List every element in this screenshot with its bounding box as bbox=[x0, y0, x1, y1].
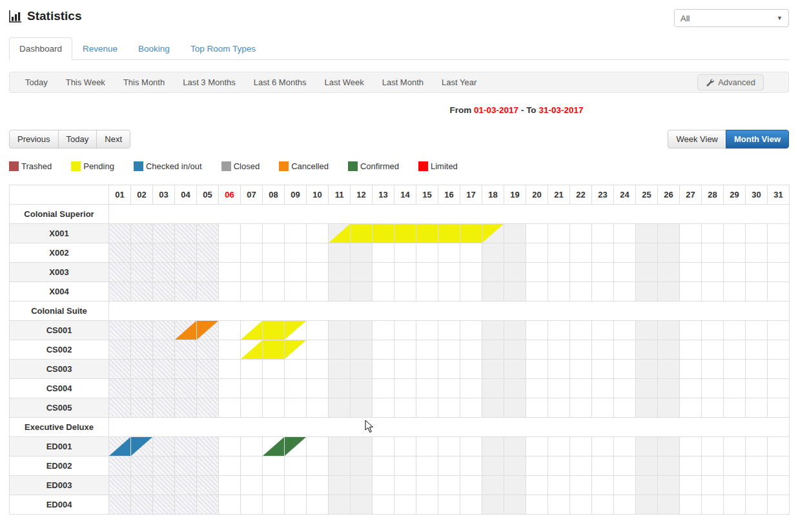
day-cell-ED004-10[interactable] bbox=[307, 495, 329, 515]
day-cell-X002-03[interactable] bbox=[153, 243, 175, 263]
day-cell-X003-07[interactable] bbox=[241, 263, 263, 282]
day-cell-X003-12[interactable] bbox=[351, 263, 373, 282]
day-cell-X001-19[interactable] bbox=[504, 224, 526, 243]
day-cell-ED002-08[interactable] bbox=[263, 456, 285, 476]
day-cell-X002-16[interactable] bbox=[438, 243, 460, 263]
day-cell-X001-14[interactable] bbox=[394, 224, 416, 243]
quick-filter-last-week[interactable]: Last Week bbox=[316, 77, 373, 87]
day-cell-ED002-07[interactable] bbox=[241, 456, 263, 476]
day-cell-ED004-18[interactable] bbox=[482, 495, 504, 515]
day-cell-X003-23[interactable] bbox=[592, 263, 614, 282]
day-cell-CS005-26[interactable] bbox=[658, 398, 680, 418]
day-cell-CS005-01[interactable] bbox=[109, 398, 131, 418]
day-cell-CS004-22[interactable] bbox=[570, 379, 592, 398]
day-cell-CS002-19[interactable] bbox=[504, 340, 526, 360]
day-cell-CS005-13[interactable] bbox=[373, 398, 394, 418]
day-cell-ED003-02[interactable] bbox=[131, 476, 153, 495]
day-cell-X004-26[interactable] bbox=[658, 282, 680, 302]
day-cell-ED001-06[interactable] bbox=[219, 437, 241, 456]
day-cell-X001-17[interactable] bbox=[460, 224, 482, 243]
day-cell-CS002-15[interactable] bbox=[416, 340, 438, 360]
day-cell-CS005-16[interactable] bbox=[438, 398, 460, 418]
day-cell-ED002-17[interactable] bbox=[460, 456, 482, 476]
filter-dropdown[interactable]: All ▼ bbox=[674, 9, 789, 27]
day-cell-X001-23[interactable] bbox=[592, 224, 614, 243]
day-cell-ED003-13[interactable] bbox=[373, 476, 394, 495]
day-cell-ED002-09[interactable] bbox=[285, 456, 307, 476]
day-cell-ED002-15[interactable] bbox=[416, 456, 438, 476]
day-cell-ED002-10[interactable] bbox=[307, 456, 329, 476]
day-cell-CS005-05[interactable] bbox=[197, 398, 219, 418]
day-cell-ED002-26[interactable] bbox=[658, 456, 680, 476]
day-cell-CS002-04[interactable] bbox=[175, 340, 197, 360]
day-cell-ED002-22[interactable] bbox=[570, 456, 592, 476]
day-cell-X003-21[interactable] bbox=[548, 263, 570, 282]
day-cell-ED001-28[interactable] bbox=[702, 437, 724, 456]
day-cell-CS003-17[interactable] bbox=[460, 360, 482, 379]
day-cell-X003-28[interactable] bbox=[702, 263, 724, 282]
day-cell-ED002-19[interactable] bbox=[504, 456, 526, 476]
day-cell-CS003-04[interactable] bbox=[175, 360, 197, 379]
day-cell-CS001-24[interactable] bbox=[614, 321, 636, 340]
day-cell-CS001-26[interactable] bbox=[658, 321, 680, 340]
day-cell-CS002-05[interactable] bbox=[197, 340, 219, 360]
day-cell-CS003-26[interactable] bbox=[658, 360, 680, 379]
day-cell-X003-02[interactable] bbox=[131, 263, 153, 282]
day-cell-ED002-02[interactable] bbox=[131, 456, 153, 476]
day-cell-CS001-23[interactable] bbox=[592, 321, 614, 340]
day-cell-CS001-04[interactable] bbox=[175, 321, 197, 340]
day-cell-X003-14[interactable] bbox=[394, 263, 416, 282]
day-cell-ED003-21[interactable] bbox=[548, 476, 570, 495]
day-cell-CS002-30[interactable] bbox=[746, 340, 768, 360]
day-cell-X003-22[interactable] bbox=[570, 263, 592, 282]
day-cell-ED004-05[interactable] bbox=[197, 495, 219, 515]
day-cell-ED002-13[interactable] bbox=[373, 456, 394, 476]
day-cell-ED001-16[interactable] bbox=[438, 437, 460, 456]
day-cell-ED004-16[interactable] bbox=[438, 495, 460, 515]
day-cell-CS005-20[interactable] bbox=[526, 398, 548, 418]
day-cell-CS002-18[interactable] bbox=[482, 340, 504, 360]
day-cell-CS003-06[interactable] bbox=[219, 360, 241, 379]
day-cell-CS004-17[interactable] bbox=[460, 379, 482, 398]
day-cell-CS001-27[interactable] bbox=[680, 321, 702, 340]
day-cell-CS002-13[interactable] bbox=[373, 340, 394, 360]
day-cell-X004-23[interactable] bbox=[592, 282, 614, 302]
day-cell-CS004-03[interactable] bbox=[153, 379, 175, 398]
day-cell-CS003-22[interactable] bbox=[570, 360, 592, 379]
day-cell-CS004-20[interactable] bbox=[526, 379, 548, 398]
day-cell-CS001-05[interactable] bbox=[197, 321, 219, 340]
tab-booking[interactable]: Booking bbox=[128, 37, 180, 60]
day-cell-ED001-14[interactable] bbox=[394, 437, 416, 456]
day-cell-X003-08[interactable] bbox=[263, 263, 285, 282]
day-cell-ED002-12[interactable] bbox=[351, 456, 373, 476]
day-cell-X003-20[interactable] bbox=[526, 263, 548, 282]
day-cell-X004-28[interactable] bbox=[702, 282, 724, 302]
day-cell-CS003-08[interactable] bbox=[263, 360, 285, 379]
day-cell-X003-10[interactable] bbox=[307, 263, 329, 282]
day-cell-ED003-07[interactable] bbox=[241, 476, 263, 495]
day-cell-X002-05[interactable] bbox=[197, 243, 219, 263]
day-cell-X004-21[interactable] bbox=[548, 282, 570, 302]
day-cell-ED001-26[interactable] bbox=[658, 437, 680, 456]
booking-pending[interactable] bbox=[263, 321, 284, 340]
day-cell-ED003-01[interactable] bbox=[109, 476, 131, 495]
day-cell-X003-13[interactable] bbox=[373, 263, 394, 282]
day-cell-CS003-09[interactable] bbox=[285, 360, 307, 379]
booking-pending[interactable] bbox=[263, 340, 284, 359]
day-cell-X002-26[interactable] bbox=[658, 243, 680, 263]
day-cell-ED002-30[interactable] bbox=[746, 456, 768, 476]
day-cell-ED003-05[interactable] bbox=[197, 476, 219, 495]
day-cell-CS001-15[interactable] bbox=[416, 321, 438, 340]
day-cell-ED004-07[interactable] bbox=[241, 495, 263, 515]
day-cell-X004-27[interactable] bbox=[680, 282, 702, 302]
day-cell-CS002-10[interactable] bbox=[307, 340, 329, 360]
day-cell-CS003-02[interactable] bbox=[131, 360, 153, 379]
day-cell-ED001-31[interactable] bbox=[768, 437, 790, 456]
day-cell-ED002-01[interactable] bbox=[109, 456, 131, 476]
day-cell-ED004-29[interactable] bbox=[724, 495, 746, 515]
day-cell-CS004-29[interactable] bbox=[724, 379, 746, 398]
day-cell-CS002-29[interactable] bbox=[724, 340, 746, 360]
day-cell-CS003-18[interactable] bbox=[482, 360, 504, 379]
day-cell-ED002-05[interactable] bbox=[197, 456, 219, 476]
day-cell-X001-31[interactable] bbox=[768, 224, 790, 243]
